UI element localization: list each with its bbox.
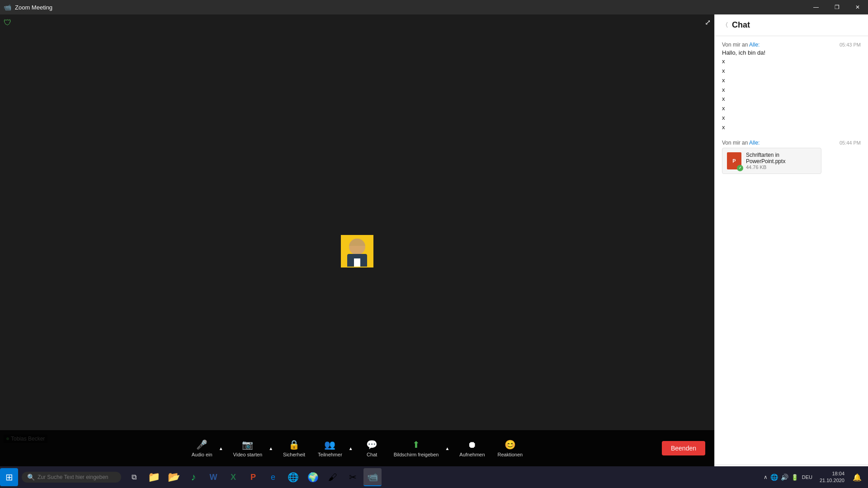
taskbar-app-snip[interactable]: ✂ — [344, 468, 362, 486]
participants-group: 👥 Teilnehmer ▲ — [313, 436, 355, 460]
share-arrow[interactable]: ▲ — [443, 444, 451, 453]
video-muted-icon: 📷 — [242, 439, 253, 450]
chat-message-meta-1: Von mir an Alle: 05:43 PM — [722, 42, 861, 48]
explorer-yellow-icon: 📂 — [168, 471, 180, 483]
chat-icon: 💬 — [366, 439, 377, 450]
notification-icon[interactable]: 🔔 — [850, 473, 864, 482]
taskbar-search-box[interactable]: 🔍 — [22, 472, 121, 483]
end-meeting-button[interactable]: Beenden — [662, 441, 705, 455]
audio-label: Audio ein — [192, 452, 212, 457]
taskview-icon: ⧉ — [132, 473, 137, 481]
taskbar-clock[interactable]: 18:04 21.10.2020 — [816, 470, 848, 484]
search-icon: 🔍 — [27, 474, 35, 481]
chat-message-group-1: Von mir an Alle: 05:43 PM Hallo, ich bin… — [722, 42, 861, 132]
file-info: Schriftarten in PowerPoint.pptx 44.76 KB — [746, 152, 816, 170]
paint-icon: 🖌 — [328, 472, 337, 483]
main-container: 🛡 ⤢ Tobias Becker 🎤 Au — [0, 14, 868, 488]
video-group: 📷 Video starten ▲ — [229, 436, 275, 460]
taskbar-sys-icons: ∧ 🌐 🔊 🔋 — [764, 474, 798, 481]
reactions-icon: 😊 — [505, 439, 516, 450]
reactions-label: Reaktionen — [498, 452, 523, 457]
taskbar-app-excel[interactable]: X — [224, 468, 242, 486]
browser2-icon: 🌍 — [307, 472, 319, 483]
video-area: 🛡 ⤢ Tobias Becker 🎤 Au — [0, 14, 714, 488]
security-icon: 🔒 — [288, 439, 300, 450]
close-button[interactable]: ✕ — [847, 0, 868, 14]
reactions-button[interactable]: 😊 Reaktionen — [493, 436, 528, 460]
taskbar-app-browser2[interactable]: 🌍 — [304, 468, 322, 486]
taskbar-time-value: 18:04 — [820, 470, 844, 477]
participants-arrow[interactable]: ▲ — [347, 444, 355, 453]
battery-icon[interactable]: 🔋 — [791, 474, 798, 481]
zoom-favicon: 📹 — [4, 4, 11, 11]
restore-button[interactable]: ❐ — [826, 0, 847, 14]
title-bar-controls: — ❐ ✕ — [806, 0, 868, 14]
taskbar-app-spotify[interactable]: ♪ — [184, 468, 203, 486]
video-label: Video starten — [233, 452, 263, 457]
edge-icon: e — [271, 473, 275, 482]
chat-message-time-1: 05:43 PM — [840, 42, 861, 47]
taskbar-date-value: 21.10.2020 — [820, 477, 844, 484]
chat-label: Chat — [367, 452, 377, 457]
taskbar-app-word[interactable]: W — [204, 468, 222, 486]
taskbar-app-explorer[interactable]: 📁 — [145, 468, 163, 486]
taskbar-app-zoom[interactable]: 📹 — [363, 468, 382, 486]
taskbar-app-explorer-yellow[interactable]: 📂 — [165, 468, 183, 486]
volume-icon[interactable]: 🔊 — [781, 474, 788, 481]
chat-x-list: xxxxxxxx — [722, 57, 861, 132]
audio-button[interactable]: 🎤 Audio ein — [187, 436, 217, 460]
pptx-file-icon: P ✓ — [727, 152, 741, 169]
bottom-toolbar: 🎤 Audio ein ▲ 📷 Video starten ▲ 🔒 Sicher… — [0, 430, 714, 466]
taskbar-app-edge[interactable]: e — [264, 468, 282, 486]
person-body — [347, 254, 367, 267]
chat-file-attachment[interactable]: P ✓ Schriftarten in PowerPoint.pptx 44.7… — [722, 148, 821, 174]
taskbar-app-taskview[interactable]: ⧉ — [125, 468, 143, 486]
excel-icon: X — [231, 473, 236, 482]
search-input[interactable] — [38, 474, 114, 480]
mic-muted-icon: 🎤 — [196, 439, 208, 450]
chat-collapse-button[interactable]: 〈 — [722, 21, 728, 29]
person-head — [349, 239, 365, 255]
network-icon[interactable]: 🌐 — [770, 474, 778, 481]
snip-icon: ✂ — [349, 472, 357, 483]
file-name: Schriftarten in PowerPoint.pptx — [746, 152, 816, 164]
audio-group: 🎤 Audio ein ▲ — [187, 436, 225, 460]
taskbar-app-chrome[interactable]: 🌐 — [284, 468, 302, 486]
participants-button[interactable]: 👥 Teilnehmer — [313, 436, 347, 460]
record-icon: ⏺ — [467, 440, 476, 450]
person-collar — [354, 258, 360, 267]
audio-arrow[interactable]: ▲ — [217, 444, 225, 453]
participants-label: Teilnehmer — [318, 452, 342, 457]
chat-message-time-2: 05:44 PM — [840, 140, 861, 145]
expand-icon[interactable]: ⤢ — [705, 18, 711, 27]
share-icon: ⬆ — [412, 439, 420, 450]
file-size: 44.76 KB — [746, 164, 816, 170]
chat-panel: 〈 Chat Von mir an Alle: 05:43 PM Hallo, … — [714, 14, 868, 488]
explorer-icon: 📁 — [148, 471, 160, 483]
chat-messages-area: Von mir an Alle: 05:43 PM Hallo, ich bin… — [715, 36, 868, 465]
video-arrow[interactable]: ▲ — [267, 444, 275, 453]
taskbar-apps: ⧉ 📁 📂 ♪ W X P e 🌐 🌍 🖌 — [125, 468, 764, 486]
participant-avatar — [342, 235, 373, 267]
video-button[interactable]: 📷 Video starten — [229, 436, 267, 460]
chat-message-from-2: Von mir an Alle: — [722, 140, 760, 146]
chat-header: 〈 Chat — [715, 14, 868, 36]
participant-video — [341, 235, 373, 267]
taskbar-app-paint[interactable]: 🖌 — [324, 468, 342, 486]
record-button[interactable]: ⏺ Aufnehmen — [455, 437, 489, 460]
minimize-button[interactable]: — — [806, 0, 826, 14]
word-icon: W — [210, 473, 217, 482]
chat-button[interactable]: 💬 Chat — [359, 436, 386, 460]
chat-message-from-1: Von mir an Alle: — [722, 42, 760, 48]
title-bar: 📹 Zoom Meeting — ❐ ✕ — [0, 0, 868, 14]
security-button[interactable]: 🔒 Sicherheit — [278, 436, 310, 460]
show-hidden-icon[interactable]: ∧ — [764, 474, 768, 480]
taskbar-app-powerpoint[interactable]: P — [244, 468, 262, 486]
start-button[interactable]: ⊞ — [0, 468, 18, 486]
record-label: Aufnehmen — [459, 452, 485, 457]
share-group: ⬆ Bildschirm freigeben ▲ — [389, 436, 452, 460]
powerpoint-icon: P — [250, 473, 256, 482]
share-button[interactable]: ⬆ Bildschirm freigeben — [389, 436, 443, 460]
file-check-icon: ✓ — [737, 165, 743, 171]
chat-recipient-2: Alle: — [749, 140, 760, 146]
